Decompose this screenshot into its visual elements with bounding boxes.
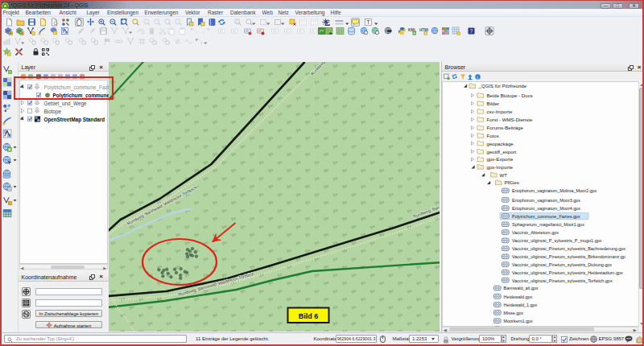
svg-text:i: i [237, 20, 237, 24]
svg-text:OpenStreetMap Standard: OpenStreetMap Standard [43, 117, 105, 123]
svg-text:Vaccinio_uliginosi_Pinetum_syl: Vaccinio_uliginosi_Pinetum_sylvestris_To… [512, 278, 613, 282]
svg-text:Beide Biotope - Docs: Beide Biotope - Docs [486, 92, 532, 97]
svg-text:Sphagnetum_magellanici_Moor1.g: Sphagnetum_magellanici_Moor1.gpx [512, 222, 584, 227]
svg-text:Bild 6: Bild 6 [299, 312, 319, 320]
svg-text:Heidewald_1.gpx: Heidewald_1.gpx [503, 302, 537, 307]
svg-text:Moorkern1.gpx: Moorkern1.gpx [503, 319, 533, 323]
svg-text:geopackage: geopackage [486, 140, 514, 146]
svg-text:?: ? [469, 28, 473, 34]
svg-text:PflGes: PflGes [504, 179, 518, 185]
svg-text:HTML: HTML [419, 28, 428, 32]
svg-text:Vaccinio_Abietetum.gpx: Vaccinio_Abietetum.gpx [512, 229, 559, 234]
svg-text:Eriophorum_vaginatum_Moor4.gpx: Eriophorum_vaginatum_Moor4.gpx [512, 205, 580, 210]
svg-text:Eriophorum_vaginatum_Moor3.gpx: Eriophorum_vaginatum_Moor3.gpx [512, 197, 580, 202]
svg-text:WT: WT [499, 171, 507, 177]
svg-text:Σ: Σ [324, 18, 330, 27]
svg-text:gpx-Importe: gpx-Importe [486, 163, 513, 169]
svg-text:Vaccinio_uliginosi_P_sylvestri: Vaccinio_uliginosi_P_sylvestris_P_mugo1.… [512, 238, 602, 243]
svg-text:ab: ab [299, 29, 303, 33]
svg-text:Heidewald.gpx: Heidewald.gpx [503, 294, 532, 299]
svg-text:Forst - WMS-Dienste: Forst - WMS-Dienste [486, 116, 532, 122]
svg-text:Forums-Beiträge: Forums-Beiträge [486, 125, 523, 130]
svg-text:Vaccinio_uliginosi_Pinetum_syl: Vaccinio_uliginosi_Pinetum_sylvestris_Ba… [512, 246, 625, 251]
svg-text:ab: ab [233, 29, 237, 33]
svg-text:Fotos: Fotos [486, 132, 498, 138]
svg-text:ab: ab [286, 29, 291, 33]
svg-text:Polytrichum_commune_Fazies.gpx: Polytrichum_commune_Fazies.gpx [512, 213, 580, 218]
svg-text:gpx-Exporte: gpx-Exporte [486, 156, 513, 162]
svg-text:Bilder: Bilder [486, 100, 499, 105]
svg-text:Vaccinio_uliginosi_Pinetum_syl: Vaccinio_uliginosi_Pinetum_sylvestris_Bi… [512, 254, 625, 259]
svg-text:ab: ab [220, 29, 225, 33]
svg-text:csv-Importe: csv-Importe [486, 108, 512, 113]
svg-text:Biotope: Biotope [43, 109, 61, 115]
svg-text:ab: ab [312, 29, 316, 33]
svg-text:_QGIS für Pilzfreunde: _QGIS für Pilzfreunde [477, 83, 526, 89]
svg-text:ab: ab [273, 29, 278, 33]
svg-text:Gebiet_und_Wege: Gebiet_und_Wege [43, 101, 87, 107]
svg-text:Vaccinio_uliginosi_Pinetum_syl: Vaccinio_uliginosi_Pinetum_sylvestris_He… [512, 270, 623, 274]
svg-text:geotiff_export: geotiff_export [486, 148, 516, 154]
svg-text:Vaccinio_uliginosi_Pinetum_syl: Vaccinio_uliginosi_Pinetum_sylvestris_Di… [512, 262, 612, 266]
svg-text:KML: KML [408, 28, 416, 32]
svg-text:Eriophorum_vaginatum_Molinia_M: Eriophorum_vaginatum_Molinia_Moor2.gpx [512, 188, 597, 193]
svg-text:T: T [366, 19, 370, 26]
svg-text:Misse.gpx: Misse.gpx [503, 310, 523, 315]
svg-text:Bannwald_alt.gpx: Bannwald_alt.gpx [503, 286, 538, 290]
